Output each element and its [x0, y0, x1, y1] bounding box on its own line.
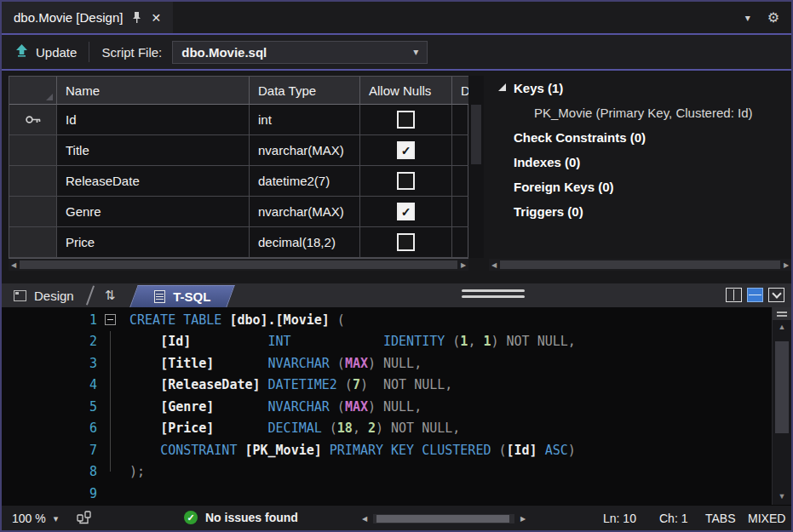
scroll-down-icon[interactable]: ▼: [773, 489, 791, 503]
scrollbar-thumb[interactable]: [775, 341, 789, 433]
code-line[interactable]: 1CREATE TABLE [dbo].[Movie] (: [2, 309, 772, 331]
allow-nulls-checkbox[interactable]: ✓: [397, 141, 415, 159]
scroll-right-icon[interactable]: ▶: [518, 515, 528, 523]
collapse-region-icon[interactable]: [105, 314, 116, 325]
allow-nulls-cell[interactable]: [360, 105, 452, 135]
zoom-control[interactable]: 100 % ▾: [12, 512, 58, 525]
table-row[interactable]: ReleaseDatedatetime2(7): [9, 166, 468, 197]
tree-item-label: Foreign Keys (0): [514, 180, 614, 194]
data-type-cell[interactable]: int: [250, 105, 360, 135]
code-line[interactable]: 2 [Id] INT IDENTITY (1, 1) NOT NULL,: [2, 331, 772, 353]
scroll-right-icon[interactable]: ▶: [458, 261, 468, 269]
table-row[interactable]: Idint: [9, 105, 468, 135]
scroll-left-icon[interactable]: ◀: [9, 261, 19, 269]
row-margin[interactable]: [9, 227, 57, 258]
column-name-cell[interactable]: Price: [57, 227, 250, 258]
allow-nulls-cell[interactable]: [360, 227, 452, 258]
mixed-mode-indicator[interactable]: MIXED: [748, 512, 785, 525]
code-line[interactable]: 7 CONSTRAINT [PK_Movie] PRIMARY KEY CLUS…: [2, 439, 772, 461]
code-line[interactable]: 5 [Genre] NVARCHAR (MAX) NULL,: [2, 396, 772, 418]
update-button[interactable]: Update: [15, 43, 77, 60]
tree-item[interactable]: PK_Movie (Primary Key, Clustered: Id): [489, 100, 793, 125]
table-row[interactable]: Titlenvarchar(MAX)✓: [9, 135, 468, 166]
scrollbar-thumb[interactable]: [500, 260, 780, 269]
close-icon[interactable]: ✕: [151, 11, 161, 25]
tree-item[interactable]: Foreign Keys (0): [489, 174, 793, 199]
allow-nulls-cell[interactable]: [360, 166, 452, 197]
panel-horizontal-scrollbar[interactable]: ◀ ▶: [489, 259, 791, 271]
code-line[interactable]: 4 [ReleaseDate] DATETIME2 (7) NOT NULL,: [2, 375, 772, 397]
document-tab[interactable]: dbo.Movie [Design] ✕: [2, 2, 173, 33]
allow-nulls-checkbox[interactable]: ✓: [397, 203, 415, 220]
column-header-name[interactable]: Name: [57, 77, 250, 105]
tab-divider: [86, 285, 95, 305]
scroll-right-icon[interactable]: ▶: [781, 261, 791, 269]
default-cell[interactable]: [452, 227, 469, 258]
splitter-grip[interactable]: [462, 289, 525, 301]
zoom-value: 100 %: [12, 512, 46, 525]
data-type-cell[interactable]: decimal(18,2): [250, 227, 360, 258]
gear-icon[interactable]: ⚙: [767, 9, 779, 26]
column-name-cell[interactable]: Title: [57, 135, 250, 166]
tsql-editor[interactable]: 1CREATE TABLE [dbo].[Movie] (2 [Id] INT …: [2, 307, 791, 505]
code-line[interactable]: 9: [2, 483, 772, 505]
row-margin[interactable]: [9, 166, 57, 197]
column-name-cell[interactable]: Id: [57, 105, 250, 135]
swap-panes-button[interactable]: ⇅: [100, 288, 121, 303]
editor-horizontal-scrollbar[interactable]: ◀ ▶: [359, 513, 528, 524]
tree-item[interactable]: Check Constraints (0): [489, 125, 793, 150]
code-line[interactable]: 8);: [2, 461, 772, 483]
tree-item-label: Keys (1): [514, 81, 563, 95]
default-cell[interactable]: [452, 135, 469, 166]
editor-vertical-scrollbar[interactable]: ▲ ▼: [772, 307, 791, 505]
default-cell[interactable]: [452, 197, 469, 227]
table-row[interactable]: Genrenvarchar(MAX)✓: [9, 197, 468, 227]
scrollbar-splitter-grip[interactable]: [773, 307, 791, 320]
split-horizontal-icon[interactable]: [747, 288, 763, 302]
column-name-cell[interactable]: Genre: [57, 197, 250, 227]
default-cell[interactable]: [452, 105, 469, 135]
script-file-dropdown[interactable]: dbo.Movie.sql ▾: [172, 41, 428, 64]
row-margin[interactable]: [9, 135, 57, 166]
expander-icon[interactable]: [498, 83, 506, 91]
pin-icon[interactable]: [132, 11, 141, 24]
data-type-cell[interactable]: nvarchar(MAX): [250, 197, 360, 227]
row-margin[interactable]: [9, 105, 57, 135]
grid-vertical-scrollbar[interactable]: [468, 76, 484, 258]
split-vertical-icon[interactable]: [726, 288, 742, 302]
scroll-left-icon[interactable]: ◀: [489, 261, 499, 269]
table-row[interactable]: Pricedecimal(18,2): [9, 227, 468, 258]
tree-item[interactable]: Triggers (0): [489, 199, 793, 224]
tree-item[interactable]: Keys (1): [489, 76, 793, 100]
connection-icon[interactable]: [77, 511, 92, 527]
collapse-pane-icon[interactable]: [768, 288, 784, 302]
scrollbar-thumb[interactable]: [20, 260, 457, 269]
column-header-data-type[interactable]: Data Type: [250, 77, 360, 105]
allow-nulls-checkbox[interactable]: [397, 172, 415, 190]
tree-item[interactable]: Indexes (0): [489, 150, 793, 174]
column-header-allow-nulls[interactable]: Allow Nulls: [360, 77, 452, 105]
allow-nulls-cell[interactable]: ✓: [360, 197, 452, 227]
tab-design[interactable]: Design: [2, 289, 81, 303]
grid-corner-cell[interactable]: [9, 77, 57, 105]
data-type-cell[interactable]: datetime2(7): [250, 166, 360, 197]
data-type-cell[interactable]: nvarchar(MAX): [250, 135, 360, 166]
tabs-mode-indicator[interactable]: TABS: [705, 512, 736, 525]
column-name-cell[interactable]: ReleaseDate: [57, 166, 250, 197]
column-header-default[interactable]: D: [452, 77, 469, 105]
scroll-up-icon[interactable]: ▲: [773, 320, 791, 334]
scrollbar-thumb[interactable]: [471, 105, 481, 164]
tab-tsql[interactable]: T-SQL: [132, 285, 233, 307]
scroll-left-icon[interactable]: ◀: [359, 515, 370, 523]
allow-nulls-checkbox[interactable]: [397, 233, 415, 251]
allow-nulls-checkbox[interactable]: [397, 111, 415, 129]
row-margin[interactable]: [9, 197, 57, 227]
window-list-chevron-icon[interactable]: ▾: [745, 12, 750, 24]
default-cell[interactable]: [452, 166, 469, 197]
code-line[interactable]: 6 [Price] DECIMAL (18, 2) NOT NULL,: [2, 418, 772, 440]
scrollbar-track[interactable]: [373, 514, 514, 523]
allow-nulls-cell[interactable]: ✓: [360, 135, 452, 166]
grid-horizontal-scrollbar[interactable]: ◀ ▶: [9, 259, 468, 271]
code-line[interactable]: 3 [Title] NVARCHAR (MAX) NULL,: [2, 352, 772, 375]
scrollbar-thumb[interactable]: [376, 515, 509, 523]
